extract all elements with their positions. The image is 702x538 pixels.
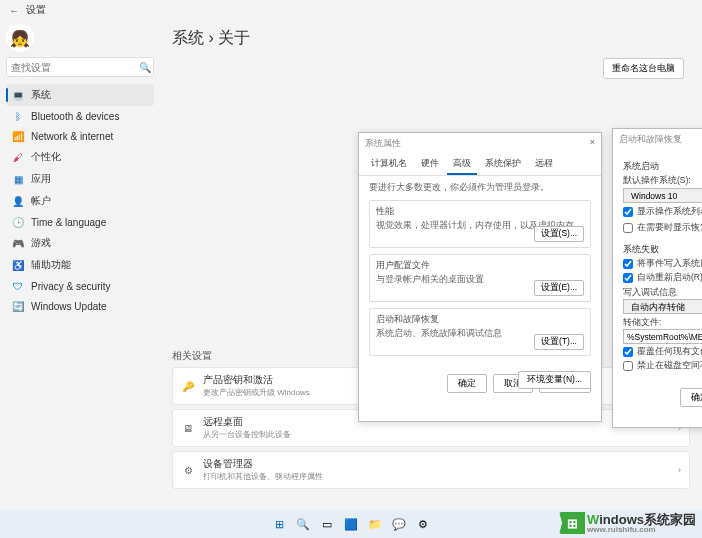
sidebar-icon: 🛡 xyxy=(12,280,24,292)
main-content: 系统 › 关于 重命名这台电脑 系统属性 × 计算机名硬件高级系统保护远程 要进… xyxy=(160,20,702,510)
sidebar-item-7[interactable]: 🎮游戏 xyxy=(6,232,154,254)
sidebar-item-label: Privacy & security xyxy=(31,281,110,292)
show-recovery-checkbox[interactable] xyxy=(623,223,633,233)
group-2: 启动和故障恢复系统启动、系统故障和调试信息设置(T)... xyxy=(369,308,591,356)
dialog2-title: 启动和故障恢复 xyxy=(619,133,682,146)
related-icon: 🔑 xyxy=(181,379,195,393)
group-settings-button[interactable]: 设置(S)... xyxy=(534,226,584,242)
taskview-icon[interactable]: ▭ xyxy=(317,514,337,534)
debug-label: 写入调试信息 xyxy=(623,287,702,299)
widgets-icon[interactable]: 🟦 xyxy=(341,514,361,534)
sidebar-item-label: Bluetooth & devices xyxy=(31,111,119,122)
group-label: 性能 xyxy=(376,206,584,218)
group-settings-button[interactable]: 设置(E)... xyxy=(534,280,584,296)
watermark: ⊞ Windows系统家园 www.ruishifu.com xyxy=(559,512,696,534)
group-1: 用户配置文件与登录帐户相关的桌面设置设置(E)... xyxy=(369,254,591,302)
sidebar-item-3[interactable]: 🖌个性化 xyxy=(6,146,154,168)
sidebar-item-0[interactable]: 💻系统 xyxy=(6,84,154,106)
sidebar-item-label: 帐户 xyxy=(31,194,51,208)
sidebar-icon: 👤 xyxy=(12,195,24,207)
related-item-title: 设备管理器 xyxy=(203,458,670,471)
sidebar-item-label: 辅助功能 xyxy=(31,258,71,272)
sidebar-item-label: 游戏 xyxy=(31,236,51,250)
sidebar-item-9[interactable]: 🛡Privacy & security xyxy=(6,276,154,296)
tab-计算机名[interactable]: 计算机名 xyxy=(365,154,413,175)
breadcrumb: 系统 › 关于 xyxy=(172,28,690,49)
sidebar-icon: 🕒 xyxy=(12,216,24,228)
dlg2-ok-button[interactable]: 确定 xyxy=(680,388,702,407)
dialog1-title: 系统属性 xyxy=(365,137,401,150)
sidebar-icon: ▦ xyxy=(12,173,24,185)
start-icon[interactable]: ⊞ xyxy=(269,514,289,534)
tab-远程[interactable]: 远程 xyxy=(529,154,559,175)
disable-auto-delete-checkbox[interactable] xyxy=(623,361,633,371)
sidebar-item-label: Time & language xyxy=(31,217,106,228)
group-label: 启动和故障恢复 xyxy=(376,314,584,326)
chevron-right-icon: › xyxy=(678,465,681,475)
failure-section-label: 系统失败 xyxy=(623,243,702,256)
sidebar-icon: ᛒ xyxy=(12,110,24,122)
default-os-label: 默认操作系统(S): xyxy=(623,175,702,187)
settings-icon[interactable]: ⚙ xyxy=(413,514,433,534)
env-vars-button[interactable]: 环境变量(N)... xyxy=(518,371,591,389)
search-icon: 🔍 xyxy=(139,62,149,72)
related-icon: ⚙ xyxy=(181,463,195,477)
sidebar-item-8[interactable]: ♿辅助功能 xyxy=(6,254,154,276)
back-button[interactable]: ← xyxy=(8,4,20,16)
messenger-icon[interactable]: 💬 xyxy=(389,514,409,534)
group-0: 性能视觉效果，处理器计划，内存使用，以及虚拟内存设置(S)... xyxy=(369,200,591,248)
dlg1-ok-button[interactable]: 确定 xyxy=(447,374,487,393)
tab-硬件[interactable]: 硬件 xyxy=(415,154,445,175)
search-box[interactable]: 🔍 xyxy=(6,57,154,77)
tab-系统保护[interactable]: 系统保护 xyxy=(479,154,527,175)
sidebar-item-label: 应用 xyxy=(31,172,51,186)
sidebar-item-4[interactable]: ▦应用 xyxy=(6,168,154,190)
related-item-desc: 打印机和其他设备、驱动程序属性 xyxy=(203,471,670,482)
sidebar-item-label: 个性化 xyxy=(31,150,61,164)
write-event-checkbox[interactable] xyxy=(623,259,633,269)
user-avatar[interactable]: 👧 xyxy=(6,24,34,52)
sidebar-icon: 🎮 xyxy=(12,237,24,249)
explorer-icon[interactable]: 📁 xyxy=(365,514,385,534)
rename-pc-button[interactable]: 重命名这台电脑 xyxy=(603,58,684,79)
sidebar-item-label: Network & internet xyxy=(31,131,113,142)
show-os-list-label: 显示操作系统列表的时间(T): xyxy=(637,206,702,218)
related-icon: 🖥 xyxy=(181,421,195,435)
startup-recovery-dialog: 启动和故障恢复 × 系统启动 默认操作系统(S): Windows 10 显示操… xyxy=(612,128,702,428)
system-properties-dialog: 系统属性 × 计算机名硬件高级系统保护远程 要进行大多数更改，你必须作为管理员登… xyxy=(358,132,602,422)
overwrite-checkbox[interactable] xyxy=(623,347,633,357)
auto-restart-checkbox[interactable] xyxy=(623,273,633,283)
search-input[interactable] xyxy=(11,62,139,73)
search-icon[interactable]: 🔍 xyxy=(293,514,313,534)
related-item-desc: 从另一台设备控制此设备 xyxy=(203,429,670,440)
sidebar-item-6[interactable]: 🕒Time & language xyxy=(6,212,154,232)
related-item-2[interactable]: ⚙设备管理器打印机和其他设备、驱动程序属性› xyxy=(172,451,690,489)
sidebar-icon: 💻 xyxy=(12,89,24,101)
sidebar-item-label: 系统 xyxy=(31,88,51,102)
sidebar-item-2[interactable]: 📶Network & internet xyxy=(6,126,154,146)
watermark-logo-icon: ⊞ xyxy=(559,512,585,534)
sidebar-icon: ♿ xyxy=(12,259,24,271)
close-icon[interactable]: × xyxy=(590,137,595,150)
tab-高级[interactable]: 高级 xyxy=(447,154,477,175)
startup-section-label: 系统启动 xyxy=(623,160,702,173)
default-os-select[interactable]: Windows 10 xyxy=(623,188,702,203)
sidebar-item-5[interactable]: 👤帐户 xyxy=(6,190,154,212)
sidebar-icon: 📶 xyxy=(12,130,24,142)
sidebar-item-10[interactable]: 🔄Windows Update xyxy=(6,296,154,316)
show-recovery-label: 在需要时显示恢复选项的时间(D): xyxy=(637,222,702,234)
dump-label: 转储文件: xyxy=(623,317,702,329)
window-title: 设置 xyxy=(26,3,46,17)
sidebar-icon: 🔄 xyxy=(12,300,24,312)
debug-select[interactable]: 自动内存转储 xyxy=(623,299,702,314)
show-os-list-checkbox[interactable] xyxy=(623,207,633,217)
admin-note: 要进行大多数更改，你必须作为管理员登录。 xyxy=(369,182,591,194)
group-settings-button[interactable]: 设置(T)... xyxy=(534,334,584,350)
group-label: 用户配置文件 xyxy=(376,260,584,272)
sidebar-item-label: Windows Update xyxy=(31,301,107,312)
dump-file-input[interactable] xyxy=(623,329,702,344)
sidebar-icon: 🖌 xyxy=(12,151,24,163)
sidebar: 👧 🔍 💻系统ᛒBluetooth & devices📶Network & in… xyxy=(0,20,160,510)
sidebar-item-1[interactable]: ᛒBluetooth & devices xyxy=(6,106,154,126)
